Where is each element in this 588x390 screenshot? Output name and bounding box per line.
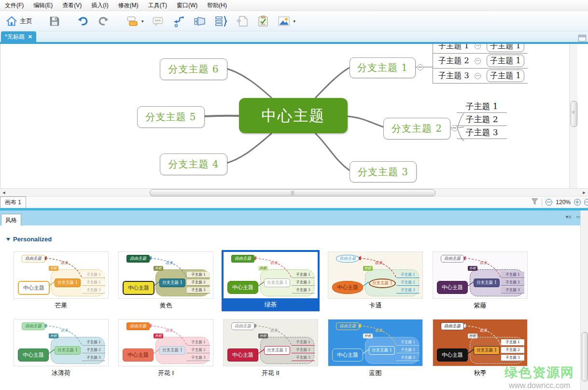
mini-subtopics: 子主题 1 子主题 2 子主题 3 [501,272,524,295]
branch-topic-2[interactable]: 分支主题 2 [383,118,450,139]
mini-subtopic: 子主题 1 [187,339,210,346]
summary-button[interactable] [211,14,231,29]
theme-thumbnail[interactable]: 自由主题 联系 外框 分支主题 1 子主题 1 子主题 2 子主题 3 中心主题… [118,251,213,311]
zoom-out-button[interactable] [546,199,552,206]
tab-style[interactable]: 风格 [1,214,21,226]
canvas-horizontal-scrollbar[interactable]: ◄ ► [0,188,588,196]
theme-thumbnail[interactable]: 自由主题 联系 外框 分支主题 1 子主题 1 子主题 2 子主题 3 中心主题… [328,251,423,311]
mini-branch-topic: 分支主题 1 [369,279,396,288]
subtopic[interactable]: 子主题 2 [457,113,507,126]
insert-image-button[interactable]: ▾ [274,14,299,29]
menu-window[interactable]: 窗口(W) [172,0,202,11]
document-tab-bar: *无标题 ✕ [0,31,588,42]
subtopic[interactable]: 子主题 1 [457,100,507,113]
collapse-minus-icon[interactable] [475,58,481,64]
undo-button[interactable] [74,14,92,29]
sheet-tab-canvas1[interactable]: 画布 1 [0,196,26,208]
mini-subtopics: 子主题 1 子主题 2 子主题 3 [292,272,315,295]
task-button[interactable] [254,14,272,29]
subtopic[interactable]: 子主题 3 [457,126,507,139]
subtopic-row[interactable]: 子主题 1 子主题 1 [433,44,528,54]
subtopic-row[interactable]: 子主题 3 子主题 1 [433,69,528,84]
vertical-scrollbar-thumb[interactable] [571,101,577,127]
image-icon [277,15,291,28]
section-personalized[interactable]: Personalized [6,236,52,243]
zoom-fit-button[interactable] [584,199,588,206]
home-icon [6,15,17,27]
branch-topic-1[interactable]: 分支主题 1 [350,57,416,78]
theme-thumbnail[interactable]: 自由主题 联系 外框 分支主题 1 子主题 1 子主题 2 子主题 3 中心主题… [118,319,213,379]
collapse-minus-icon[interactable] [475,73,481,79]
tab-untitled[interactable]: *无标题 ✕ [1,31,36,42]
panel-vertical-scrollbar[interactable] [580,210,588,390]
insert-topic-button[interactable]: ▾ [123,14,147,29]
redo-button[interactable] [94,14,112,29]
menu-modify[interactable]: 修改(M) [113,0,143,11]
menu-view[interactable]: 查看(V) [57,0,86,11]
mini-free-topic: 自由主题 [336,322,359,330]
theme-thumbnail[interactable]: 自由主题 联系 外框 分支主题 1 子主题 1 子主题 2 子主题 3 中心主题… [222,250,320,311]
menu-help[interactable]: 帮助(H) [202,0,232,11]
topic-dropdown-arrow[interactable]: ▾ [141,19,144,24]
menu-edit[interactable]: 编辑(E) [28,0,57,11]
scroll-left-arrow[interactable]: ◄ [1,190,7,195]
comment-icon [152,15,164,28]
mini-central-topic: 中心主题 [227,281,258,294]
zoom-in-button[interactable] [574,199,581,206]
subtopic-child[interactable]: 子主题 1 [487,44,524,52]
branch-topic-4[interactable]: 分支主题 4 [160,153,227,175]
branch-topic-3[interactable]: 分支主题 3 [350,161,417,182]
theme-preview: 自由主题 联系 外框 分支主题 1 子主题 1 子主题 2 子主题 3 中心主题 [433,319,528,366]
theme-preview: 自由主题 联系 外框 分支主题 1 子主题 1 子主题 2 子主题 3 中心主题 [328,319,423,366]
horizontal-scrollbar-thumb[interactable] [150,189,435,196]
panel-scrollbar-thumb[interactable] [582,332,588,381]
panel-menu-icon[interactable]: ▾≡ [566,214,572,220]
mindmap-canvas[interactable]: 中心主题 分支主题 6 分支主题 5 分支主题 4 分支主题 1 分支主题 2 … [0,44,577,188]
topic-icon [126,15,139,28]
menu-tools[interactable]: 工具(T) [143,0,172,11]
collapse-button-branch1[interactable] [417,64,423,70]
branch-topic-6[interactable]: 分支主题 6 [160,58,227,80]
new-sheet-button[interactable] [233,14,252,29]
image-dropdown-arrow[interactable]: ▾ [294,19,296,24]
mini-subtopic: 子主题 1 [396,272,420,278]
menu-file[interactable]: 文件(F) [0,0,28,11]
mini-relation-label: 联系 [166,328,173,333]
mini-frame-tag: 外框 [258,266,268,271]
canvas-vertical-scrollbar[interactable] [569,44,577,188]
theme-thumbnail[interactable]: 自由主题 联系 外框 分支主题 1 子主题 1 子主题 2 子主题 3 中心主题… [14,251,109,311]
save-button[interactable] [46,14,63,28]
subtopic-row[interactable]: 子主题 2 子主题 1 [433,54,528,69]
boundary-button[interactable] [190,14,210,29]
collapse-minus-icon[interactable] [475,44,481,49]
theme-thumbnail[interactable]: 自由主题 联系 外框 分支主题 1 子主题 1 子主题 2 子主题 3 中心主题… [433,319,528,379]
tab-close-icon[interactable]: ✕ [28,34,32,40]
menu-insert[interactable]: 插入(I) [86,0,113,11]
theme-thumbnail[interactable]: 自由主题 联系 外框 分支主题 1 子主题 1 子主题 2 子主题 3 中心主题… [14,319,109,379]
branch1-subtopic-table: 子主题 1 子主题 1 子主题 2 子主题 1 子主题 3 子主题 1 [433,44,528,84]
section-collapse-icon[interactable] [6,238,10,241]
mini-central-topic: 中心主题 [437,348,468,362]
home-button[interactable]: 主页 [3,14,35,28]
restore-panel-icon[interactable] [578,35,586,42]
scroll-right-arrow[interactable]: ► [581,190,587,195]
theme-thumbnail[interactable]: 自由主题 联系 外框 分支主题 1 子主题 1 子主题 2 子主题 3 中心主题… [223,319,318,379]
theme-thumbnail[interactable]: 自由主题 联系 外框 分支主题 1 子主题 1 子主题 2 子主题 3 中心主题… [328,319,423,379]
mini-subtopic: 子主题 1 [187,272,210,278]
mini-subtopic: 子主题 3 [501,355,524,361]
subtopic-child[interactable]: 子主题 1 [487,55,524,67]
filter-icon[interactable] [531,198,538,207]
comment-button[interactable] [149,14,167,29]
mini-subtopic: 子主题 2 [501,347,524,353]
branch-topic-5[interactable]: 分支主题 5 [137,106,205,128]
mini-frame-tag: 外框 [468,266,477,271]
mini-branch-topic: 分支主题 1 [159,279,185,287]
subtopic-child[interactable]: 子主题 1 [487,70,524,82]
watermark-url: www.downcc.com [504,381,574,390]
mini-frame-tag: 外框 [154,334,163,338]
mini-subtopics: 子主题 1 子主题 2 子主题 3 [292,339,315,362]
theme-thumbnail[interactable]: 自由主题 联系 外框 分支主题 1 子主题 1 子主题 2 子主题 3 中心主题… [433,251,528,311]
central-topic[interactable]: 中心主题 [239,98,348,133]
undo-icon [77,15,89,28]
relationship-button[interactable] [169,14,188,29]
